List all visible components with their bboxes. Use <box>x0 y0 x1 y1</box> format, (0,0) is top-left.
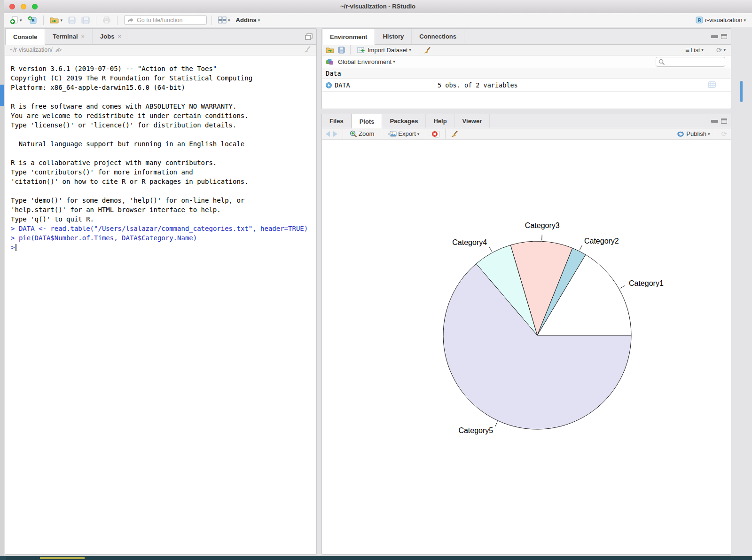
open-file-caret-icon[interactable]: ▾ <box>61 18 63 23</box>
maximize-pane-icon[interactable] <box>721 34 727 39</box>
refresh-icon: ⟳ <box>716 47 722 54</box>
project-menu-button[interactable]: R r-visualization ▾ <box>694 15 747 25</box>
goto-file-input[interactable] <box>124 15 207 25</box>
table-row[interactable]: DATA 5 obs. of 2 variables <box>322 79 731 92</box>
clear-environment-broom-icon[interactable] <box>423 47 431 54</box>
expand-object-icon[interactable] <box>326 82 332 88</box>
environment-search-input[interactable] <box>656 57 725 67</box>
toolbar-separator <box>710 45 710 55</box>
console-location-bar: ~/r-visualization/ <box>5 45 316 55</box>
background-window-strip <box>0 0 4 560</box>
load-workspace-folder-icon[interactable] <box>326 47 335 54</box>
console-body[interactable]: R version 3.6.1 (2019-07-05) -- "Action … <box>5 55 316 554</box>
refresh-environment-button[interactable]: ⟳ ▾ <box>715 46 727 55</box>
pie-label-Category5: Category5 <box>458 426 493 434</box>
minimize-pane-icon[interactable] <box>711 35 718 38</box>
pane-layout-caret-icon[interactable]: ▾ <box>228 18 230 23</box>
console-command-line: > pie(DATA$Number.of.Times, DATA$Categor… <box>5 233 316 243</box>
clear-console-broom-icon[interactable] <box>304 46 312 53</box>
pane-layout-button[interactable]: ▾ <box>217 16 232 24</box>
print-button[interactable] <box>101 16 112 24</box>
addins-button[interactable]: Addins ▾ <box>235 16 262 24</box>
close-window-button[interactable] <box>9 4 15 9</box>
zoom-magnifier-icon <box>350 130 357 138</box>
tab-packages-label: Packages <box>390 118 418 125</box>
close-icon[interactable]: × <box>81 33 85 40</box>
console-prompt-line[interactable]: > <box>5 243 316 252</box>
svg-text:R: R <box>697 18 701 23</box>
toolbar-separator <box>350 45 351 55</box>
pie-label-Category3: Category3 <box>525 221 560 229</box>
environment-search[interactable] <box>656 57 725 67</box>
pie-label-tick <box>620 286 625 289</box>
tab-viewer[interactable]: Viewer <box>455 114 490 128</box>
publish-button[interactable]: Publish ▾ <box>675 129 711 138</box>
remove-plot-icon[interactable] <box>431 130 440 138</box>
list-view-button[interactable]: ≡ List ▾ <box>684 45 705 55</box>
export-plot-button[interactable]: Export ▾ <box>386 129 421 138</box>
tab-console[interactable]: Console <box>5 29 45 45</box>
prompt: > <box>11 243 15 252</box>
save-icon <box>68 16 76 24</box>
console-command-line: > DATA <- read.table("/Users/lsalazar/co… <box>5 224 316 233</box>
save-all-button[interactable] <box>80 16 91 25</box>
tab-plots[interactable]: Plots <box>352 114 383 128</box>
save-workspace-icon[interactable] <box>338 47 345 54</box>
tab-viewer-label: Viewer <box>462 118 482 125</box>
tab-history-label: History <box>383 33 404 40</box>
working-directory-label: ~/r-visualization/ <box>10 47 53 53</box>
open-file-button[interactable]: ▾ <box>48 16 64 25</box>
goto-file-search[interactable] <box>124 15 207 25</box>
import-dataset-button[interactable]: Import Dataset ▾ <box>356 46 413 55</box>
maximize-pane-icon[interactable] <box>305 33 313 40</box>
tab-console-label: Console <box>13 33 37 40</box>
goto-directory-icon[interactable] <box>55 47 62 53</box>
object-summary: 5 obs. of 2 variables <box>435 81 518 89</box>
minimize-window-button[interactable] <box>21 4 26 9</box>
data-section-label: Data <box>326 70 341 77</box>
environment-section-header: Data <box>322 68 731 79</box>
tab-help[interactable]: Help <box>426 114 454 128</box>
zoom-plot-button[interactable]: Zoom <box>348 129 376 139</box>
tab-history[interactable]: History <box>375 29 412 44</box>
tab-jobs[interactable]: Jobs × <box>93 29 129 44</box>
publish-icon <box>676 130 685 137</box>
toolbar-separator <box>96 16 96 25</box>
tab-packages[interactable]: Packages <box>382 114 426 128</box>
environment-scope-selector[interactable]: Global Environment ▾ <box>337 57 397 66</box>
next-plot-arrow-icon[interactable] <box>333 131 337 137</box>
tab-help-label: Help <box>433 118 446 125</box>
plots-tabbar: Files Plots Packages Help Viewer <box>322 114 731 128</box>
maximize-pane-icon[interactable] <box>721 118 727 124</box>
pie-chart-canvas: Category1Category2Category3Category4Cate… <box>322 140 731 556</box>
console-output: R version 3.6.1 (2019-07-05) -- "Action … <box>5 55 316 224</box>
save-button[interactable] <box>67 16 77 25</box>
background-bottom-strip <box>0 556 752 560</box>
close-icon[interactable]: × <box>118 33 121 40</box>
new-file-caret-icon[interactable]: ▾ <box>20 18 22 23</box>
clear-plots-broom-icon[interactable] <box>451 130 459 137</box>
toolbar-separator <box>418 45 418 55</box>
pie-label-tick <box>489 247 492 252</box>
new-project-button[interactable]: R <box>26 15 39 25</box>
new-file-button[interactable]: ▾ <box>8 15 24 25</box>
minimize-pane-icon[interactable] <box>711 120 718 123</box>
tab-environment[interactable]: Environment <box>322 29 375 45</box>
tab-connections[interactable]: Connections <box>412 29 464 44</box>
tab-terminal[interactable]: Terminal × <box>45 29 93 44</box>
previous-plot-arrow-icon[interactable] <box>326 131 330 137</box>
toolbar-separator <box>43 16 44 25</box>
console-pane: Console Terminal × Jobs × ~/r-visualizat… <box>5 28 317 555</box>
titlebar: ~/r-visualization - RStudio <box>4 0 752 13</box>
object-name: DATA <box>335 81 350 89</box>
project-caret-icon: ▾ <box>744 18 746 23</box>
window-title: ~/r-visualization - RStudio <box>340 3 415 10</box>
pie-label-tick <box>542 235 542 240</box>
export-caret-icon: ▾ <box>417 132 420 136</box>
view-data-grid-icon[interactable] <box>708 81 716 88</box>
project-name-label: r-visualization <box>705 16 742 24</box>
zoom-window-button[interactable] <box>32 4 38 9</box>
refresh-plot-icon[interactable]: ⟳ <box>721 130 727 137</box>
tab-files[interactable]: Files <box>322 114 352 128</box>
save-all-icon <box>81 16 90 24</box>
